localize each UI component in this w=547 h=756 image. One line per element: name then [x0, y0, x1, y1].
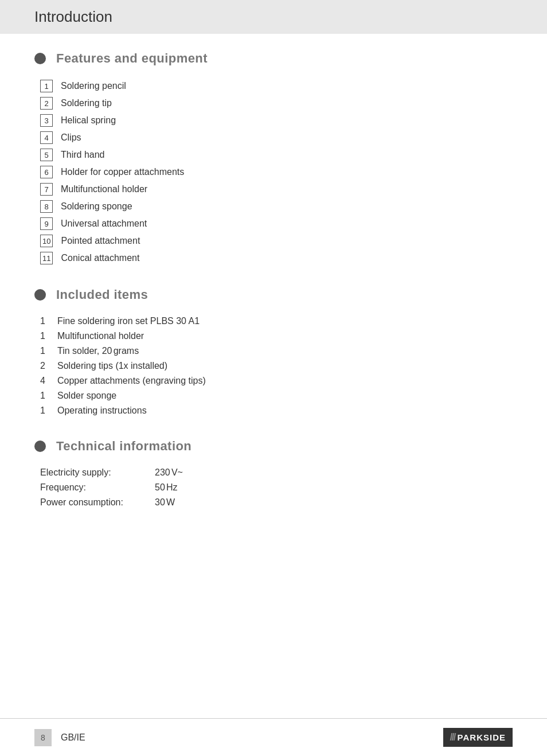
bullet-icon — [34, 441, 46, 452]
list-item: 1Multifunctional holder — [40, 331, 513, 341]
features-section-title: Features and equipment — [34, 51, 513, 66]
item-label: Fine soldering iron set PLBS 30 A1 — [57, 316, 200, 326]
tech-table: Electricity supply:230 V~Frequency:50 Hz… — [40, 467, 513, 508]
item-label: Conical attachment — [61, 253, 139, 263]
list-item: 3Helical spring — [40, 114, 513, 127]
page-footer: 8 GB/IE /// PARKSIDE — [0, 718, 547, 756]
tech-row: Electricity supply:230 V~ — [40, 467, 513, 478]
included-heading: Included items — [56, 287, 148, 302]
item-qty: 1 — [40, 406, 57, 416]
features-list: 1Soldering pencil2Soldering tip3Helical … — [40, 80, 513, 264]
technical-section: Technical information Electricity supply… — [34, 439, 513, 508]
item-label: Copper attachments (engraving tips) — [57, 376, 206, 386]
item-qty: 1 — [40, 316, 57, 326]
main-content: Features and equipment 1Soldering pencil… — [0, 51, 547, 508]
item-label: Operating instructions — [57, 406, 147, 416]
parkside-logo: /// PARKSIDE — [443, 728, 513, 747]
logo-slashes: /// — [450, 731, 455, 743]
item-label: Tin solder, 20 grams — [57, 346, 139, 356]
list-item: 1Soldering pencil — [40, 80, 513, 92]
item-qty: 2 — [40, 361, 57, 371]
item-qty: 1 — [40, 331, 57, 341]
tech-value: 50 Hz — [155, 482, 178, 493]
tech-label: Frequency: — [40, 482, 155, 493]
item-number: 3 — [40, 114, 53, 127]
footer-left: 8 GB/IE — [34, 729, 85, 746]
tech-row: Power consumption:30 W — [40, 497, 513, 508]
included-list: 1Fine soldering iron set PLBS 30 A11Mult… — [40, 316, 513, 416]
item-number: 5 — [40, 149, 53, 161]
page-number-box: 8 — [34, 729, 52, 746]
tech-label: Power consumption: — [40, 497, 155, 508]
item-label: Multifunctional holder — [57, 331, 144, 341]
item-label: Clips — [61, 133, 81, 143]
item-label: Soldering tips (1x installed) — [57, 361, 167, 371]
list-item: 8Soldering sponge — [40, 200, 513, 213]
list-item: 7Multifunctional holder — [40, 183, 513, 196]
tech-label: Electricity supply: — [40, 467, 155, 478]
bullet-icon — [34, 53, 46, 64]
list-item: 9Universal attachment — [40, 217, 513, 230]
item-number: 8 — [40, 200, 53, 213]
included-section: Included items 1Fine soldering iron set … — [34, 287, 513, 416]
list-item: 4Clips — [40, 131, 513, 144]
logo-text: PARKSIDE — [458, 732, 506, 742]
item-label: Third hand — [61, 150, 105, 160]
technical-section-title: Technical information — [34, 439, 513, 454]
included-section-title: Included items — [34, 287, 513, 302]
list-item: 5Third hand — [40, 149, 513, 161]
item-number: 6 — [40, 166, 53, 178]
list-item: 6Holder for copper attachments — [40, 166, 513, 178]
item-label: Multifunctional holder — [61, 184, 147, 194]
item-label: Helical spring — [61, 115, 116, 126]
item-number: 1 — [40, 80, 53, 92]
list-item: 1Operating instructions — [40, 406, 513, 416]
tech-value: 230 V~ — [155, 467, 183, 478]
page-number: 8 — [41, 733, 45, 742]
list-item: 1Tin solder, 20 grams — [40, 346, 513, 356]
list-item: 10Pointed attachment — [40, 235, 513, 247]
item-label: Holder for copper attachments — [61, 167, 184, 177]
features-heading: Features and equipment — [56, 51, 208, 66]
item-qty: 1 — [40, 346, 57, 356]
list-item: 4Copper attachments (engraving tips) — [40, 376, 513, 386]
item-label: Solder sponge — [57, 391, 116, 401]
page-header: Introduction — [0, 0, 547, 34]
item-label: Soldering sponge — [61, 201, 132, 212]
features-section: Features and equipment 1Soldering pencil… — [34, 51, 513, 264]
item-label: Universal attachment — [61, 219, 147, 229]
item-label: Soldering pencil — [61, 81, 126, 91]
list-item: 11Conical attachment — [40, 252, 513, 264]
item-number: 9 — [40, 217, 53, 230]
tech-row: Frequency:50 Hz — [40, 482, 513, 493]
list-item: 1Solder sponge — [40, 391, 513, 401]
locale-label: GB/IE — [61, 732, 85, 743]
item-label: Pointed attachment — [61, 236, 140, 246]
bullet-icon — [34, 289, 46, 301]
item-number: 10 — [40, 235, 53, 247]
item-number: 2 — [40, 97, 53, 110]
item-qty: 1 — [40, 391, 57, 401]
item-number: 4 — [40, 131, 53, 144]
list-item: 2Soldering tip — [40, 97, 513, 110]
list-item: 1Fine soldering iron set PLBS 30 A1 — [40, 316, 513, 326]
page-title: Introduction — [34, 8, 513, 26]
item-label: Soldering tip — [61, 98, 112, 108]
item-number: 11 — [40, 252, 53, 264]
item-number: 7 — [40, 183, 53, 196]
item-qty: 4 — [40, 376, 57, 386]
technical-heading: Technical information — [56, 439, 192, 454]
list-item: 2Soldering tips (1x installed) — [40, 361, 513, 371]
tech-value: 30 W — [155, 497, 175, 508]
